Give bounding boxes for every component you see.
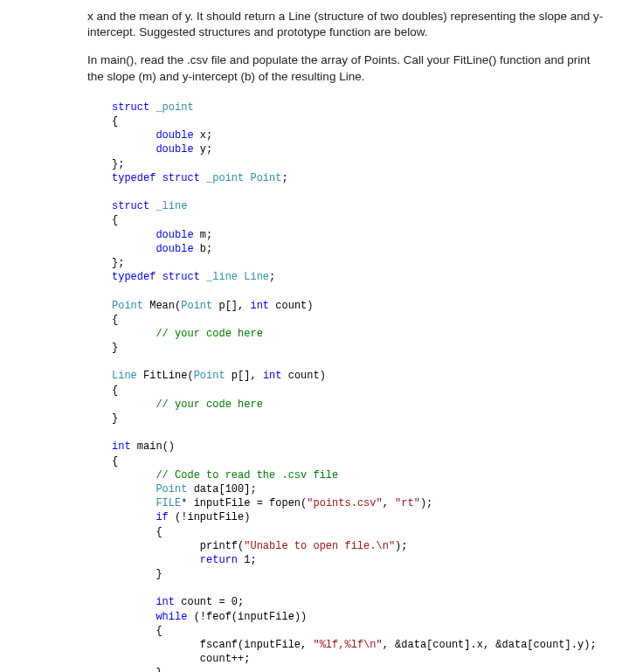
id-count: count xyxy=(534,639,565,651)
type-point: Point xyxy=(250,172,281,184)
brace-close: } xyxy=(156,568,162,580)
str-points-csv: "points.csv" xyxy=(307,497,382,509)
id-fitline: FitLine xyxy=(143,370,187,382)
kw-struct: struct xyxy=(162,172,200,184)
lbracket: [ xyxy=(218,483,225,495)
brackets: [] xyxy=(238,370,250,382)
kw-double: double xyxy=(156,129,193,142)
brackets: [] xyxy=(225,300,238,312)
id-count: count xyxy=(288,370,320,382)
kw-int: int xyxy=(156,596,175,608)
kw-int: int xyxy=(112,440,131,453)
id-fscanf: fscanf xyxy=(200,639,238,651)
code-block: struct _point { double x; double y; }; t… xyxy=(112,100,605,672)
document-page: x and the mean of y. It should return a … xyxy=(0,0,629,672)
sc: ; xyxy=(250,554,256,566)
brace-open: { xyxy=(112,214,118,226)
eq: = xyxy=(212,596,232,608)
sc: ; xyxy=(206,143,212,156)
rparen: ) xyxy=(307,300,313,312)
id-data: data xyxy=(502,639,528,651)
sc: ; xyxy=(206,243,212,255)
brace-open: { xyxy=(156,526,162,538)
comment-read-csv: // Code to read the .csv file xyxy=(156,469,338,481)
lparen: ( xyxy=(232,611,238,623)
kw-struct: struct xyxy=(112,101,149,114)
type-point-tag: _point xyxy=(206,172,244,184)
rparen-sc: ); xyxy=(584,639,596,651)
id-count: count xyxy=(432,639,464,651)
comma: , xyxy=(483,639,495,651)
type-line-tag: _line xyxy=(206,271,238,283)
id-fopen: fopen xyxy=(269,497,301,509)
id-m: m xyxy=(200,229,206,241)
kw-if: if xyxy=(156,511,168,523)
rparen: ) xyxy=(320,370,326,382)
id-inputfile: inputFile xyxy=(187,511,244,523)
brace-open: { xyxy=(112,455,118,468)
comma: , xyxy=(250,370,262,382)
id-count: count xyxy=(181,596,212,608)
sc: ; xyxy=(281,172,287,184)
id-mean: Mean xyxy=(149,300,175,312)
str-unable: "Unable to open file.\n" xyxy=(244,540,395,552)
lparen: ( xyxy=(162,440,169,453)
id-x: x xyxy=(200,129,206,142)
brace-close: } xyxy=(112,412,118,425)
sc: ; xyxy=(250,483,256,495)
brace-open: { xyxy=(112,314,118,326)
str-scanfmt: "%lf,%lf\n" xyxy=(313,639,382,651)
type-line: Line xyxy=(112,370,137,382)
kw-double: double xyxy=(156,229,193,241)
type-point: Point xyxy=(156,483,187,495)
comment-your-code: // your code here xyxy=(156,328,262,340)
inc: ++; xyxy=(232,653,251,665)
not: ! xyxy=(200,611,206,623)
brace-open: { xyxy=(156,625,162,637)
comma: , xyxy=(383,639,395,651)
id-p: p xyxy=(232,370,238,382)
comma: , xyxy=(238,300,250,312)
num-0: 0 xyxy=(232,596,238,608)
rparen: ) xyxy=(294,611,301,623)
lparen: ( xyxy=(187,370,193,382)
eq: = xyxy=(250,497,269,509)
id-p: p xyxy=(218,300,225,312)
kw-typedef: typedef xyxy=(112,271,156,283)
id-inputfile: inputFile xyxy=(238,611,294,623)
brace-open: { xyxy=(112,384,118,397)
rparen-sc: ); xyxy=(395,540,407,552)
id-inputfile: inputFile xyxy=(244,639,301,651)
id-inputfile: inputFile xyxy=(194,497,251,509)
doty: .y xyxy=(571,639,584,651)
kw-struct: struct xyxy=(162,271,200,283)
brace-close: } xyxy=(112,342,118,354)
type-line: Line xyxy=(244,271,269,283)
num-100: 100 xyxy=(225,483,245,495)
kw-int: int xyxy=(263,370,282,382)
id-y: y xyxy=(200,143,206,156)
str-rt: "rt" xyxy=(395,497,420,509)
comma: , xyxy=(301,639,313,651)
brace-close: } xyxy=(156,667,162,672)
rparen: ) xyxy=(169,440,175,453)
sc: ; xyxy=(206,129,212,142)
type-point-tag: _point xyxy=(156,101,193,114)
type-point: Point xyxy=(194,370,225,382)
sc: ; xyxy=(269,271,275,283)
rparen: ) xyxy=(244,511,250,523)
lparen: ( xyxy=(194,611,200,623)
id-feof: feof xyxy=(206,611,232,623)
dotx: .x xyxy=(471,639,483,651)
brace-open: { xyxy=(112,115,118,128)
id-b: b xyxy=(200,243,206,255)
type-point: Point xyxy=(112,300,143,312)
kw-double: double xyxy=(156,243,193,255)
rparen-sc: ); xyxy=(420,497,432,509)
type-line-tag: _line xyxy=(156,200,187,212)
kw-return: return xyxy=(200,554,238,566)
type-point: Point xyxy=(181,300,212,312)
comment-your-code: // your code here xyxy=(156,398,262,411)
star: * xyxy=(181,497,187,509)
id-data: data xyxy=(194,483,219,495)
